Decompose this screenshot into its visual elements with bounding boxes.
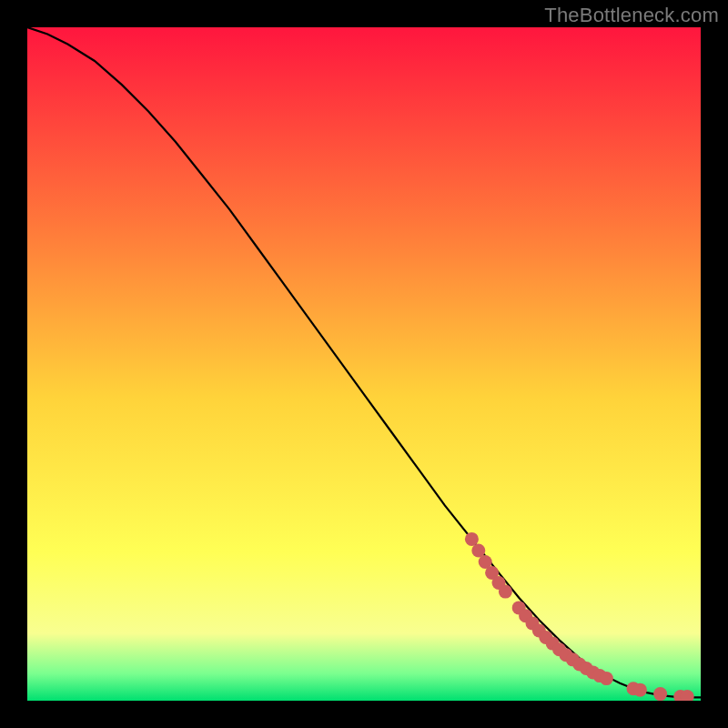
data-marker bbox=[499, 585, 512, 599]
data-marker bbox=[600, 672, 613, 685]
data-marker bbox=[465, 532, 479, 546]
data-marker bbox=[653, 687, 667, 701]
plot-svg bbox=[27, 27, 701, 701]
data-marker bbox=[633, 683, 647, 697]
chart-stage: TheBottleneck.com bbox=[0, 0, 728, 728]
data-marker bbox=[471, 543, 485, 557]
gradient-background bbox=[27, 27, 701, 701]
plot-area bbox=[27, 27, 701, 701]
attribution-text: TheBottleneck.com bbox=[544, 4, 719, 27]
